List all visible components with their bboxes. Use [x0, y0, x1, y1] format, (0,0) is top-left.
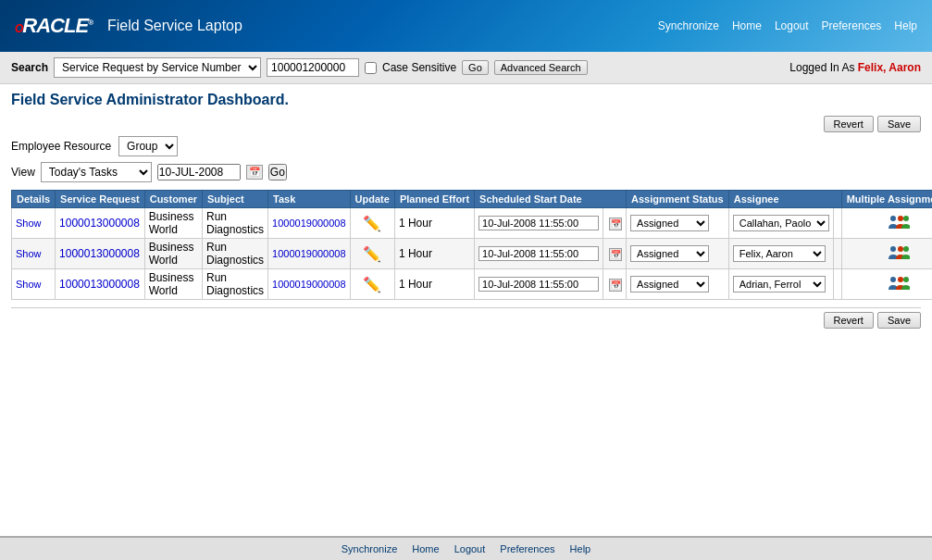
cell-assignment-status: Assigned Unassigned In Progress Complete…: [627, 208, 729, 239]
search-type-select[interactable]: Service Request by Service Number: [54, 57, 261, 78]
app-header: ORACLE® Field Service Laptop Synchronize…: [0, 0, 932, 52]
task-link[interactable]: 1000019000008: [272, 248, 346, 259]
employee-resource-label: Employee Resource: [11, 140, 111, 153]
svg-point-7: [890, 246, 896, 252]
cell-details: Show: [12, 269, 56, 300]
login-info: Logged In As Felix, Aaron: [789, 61, 921, 74]
search-input[interactable]: [267, 58, 359, 77]
date-input[interactable]: [157, 164, 241, 180]
sr-link[interactable]: 1000013000008: [59, 278, 140, 291]
case-sensitive-label: Case Sensitive: [382, 61, 456, 74]
svg-point-9: [903, 246, 909, 252]
header-nav: Synchronize Home Logout Preferences Help: [658, 19, 917, 32]
search-bar: Search Service Request by Service Number…: [0, 52, 932, 84]
col-update: Update: [350, 191, 394, 208]
task-link[interactable]: 1000019000008: [272, 218, 346, 229]
save-button-bottom[interactable]: Save: [877, 312, 921, 329]
calendar-icon[interactable]: 📅: [246, 165, 263, 180]
revert-button-top[interactable]: Revert: [824, 116, 874, 132]
advanced-search-button[interactable]: Advanced Search: [494, 60, 588, 75]
show-link[interactable]: Show: [16, 248, 42, 259]
scheduled-date-input[interactable]: [478, 246, 599, 261]
assignment-status-select[interactable]: Assigned Unassigned In Progress Complete…: [630, 245, 709, 262]
cell-cal-icon[interactable]: 📅: [603, 239, 627, 269]
svg-point-8: [898, 246, 903, 252]
cell-customer: Business World: [144, 269, 202, 300]
assignee-select[interactable]: Felix, Aaron: [733, 245, 826, 262]
cell-assignee-action: [833, 208, 841, 239]
tasks-table: Details Service Request Customer Subject…: [11, 190, 932, 300]
employee-resource-filter: Employee Resource Group: [11, 136, 921, 156]
assignee-select[interactable]: Callahan, Paolo: [733, 215, 829, 231]
cell-assignee: Callahan, Paolo: [728, 208, 833, 239]
task-link[interactable]: 1000019000008: [272, 279, 346, 290]
cell-customer: Business World: [144, 208, 202, 239]
cell-task: 1000019000008: [268, 208, 351, 239]
logged-in-label: Logged In As: [789, 61, 854, 74]
svg-point-15: [898, 277, 903, 282]
cell-cal-icon[interactable]: 📅: [603, 269, 627, 300]
assignment-status-select[interactable]: Assigned Unassigned In Progress Complete…: [630, 276, 709, 292]
case-sensitive-checkbox[interactable]: [365, 62, 377, 74]
logo-area: ORACLE® Field Service Laptop: [15, 14, 242, 38]
col-subject: Subject: [203, 191, 268, 208]
cell-task: 1000019000008: [268, 239, 351, 269]
save-button-top[interactable]: Save: [877, 116, 921, 132]
sr-link[interactable]: 1000013000008: [59, 217, 140, 230]
sr-link[interactable]: 1000013000008: [59, 247, 140, 260]
date-calendar-icon[interactable]: 📅: [609, 248, 622, 261]
cell-subject: Run Diagnostics: [203, 239, 268, 269]
svg-point-2: [903, 216, 909, 221]
cell-multiple-assignments[interactable]: [841, 269, 932, 300]
date-calendar-icon[interactable]: 📅: [609, 279, 622, 292]
cell-multiple-assignments[interactable]: [841, 208, 932, 239]
nav-help[interactable]: Help: [894, 19, 917, 32]
search-go-button[interactable]: Go: [462, 60, 489, 75]
view-label: View: [11, 166, 35, 179]
cell-details: Show: [12, 239, 56, 269]
cell-update[interactable]: ✏️: [350, 269, 394, 300]
cell-multiple-assignments[interactable]: [841, 239, 932, 269]
logged-in-user: Felix, Aaron: [858, 61, 921, 74]
view-select[interactable]: Today's Tasks: [41, 162, 152, 182]
multiple-assignments-icon[interactable]: [888, 281, 910, 294]
cell-assignment-status: Assigned Unassigned In Progress Complete…: [627, 239, 729, 269]
multiple-assignments-icon[interactable]: [888, 251, 910, 264]
cell-customer: Business World: [144, 239, 202, 269]
cell-assignee: Adrian, Ferrol: [728, 269, 833, 300]
col-details: Details: [12, 191, 56, 208]
nav-home[interactable]: Home: [732, 19, 762, 32]
col-service-request: Service Request: [56, 191, 145, 208]
show-link[interactable]: Show: [16, 279, 42, 290]
scheduled-date-input[interactable]: [478, 277, 599, 292]
assignee-select[interactable]: Adrian, Ferrol: [733, 276, 826, 292]
multiple-assignments-icon[interactable]: [888, 220, 910, 233]
action-bar-top: Revert Save: [11, 116, 921, 132]
nav-logout[interactable]: Logout: [775, 19, 809, 32]
employee-resource-select[interactable]: Group: [118, 136, 178, 156]
cell-update[interactable]: ✏️: [350, 239, 394, 269]
col-task: Task: [268, 191, 351, 208]
show-link[interactable]: Show: [16, 218, 42, 229]
revert-button-bottom[interactable]: Revert: [824, 312, 874, 329]
edit-icon[interactable]: ✏️: [363, 216, 381, 231]
svg-point-16: [903, 277, 909, 282]
edit-icon[interactable]: ✏️: [363, 246, 381, 262]
nav-synchronize[interactable]: Synchronize: [658, 19, 719, 32]
cell-update[interactable]: ✏️: [350, 208, 394, 239]
table-row: Show 1000013000008 Business World Run Di…: [12, 269, 933, 300]
edit-icon[interactable]: ✏️: [363, 277, 381, 292]
cell-details: Show: [12, 208, 56, 239]
cell-cal-icon[interactable]: 📅: [603, 208, 627, 239]
search-label: Search: [11, 61, 48, 74]
scheduled-date-input[interactable]: [478, 216, 599, 230]
cell-task: 1000019000008: [268, 269, 351, 300]
cell-subject: Run Diagnostics: [203, 208, 268, 239]
view-go-button[interactable]: Go: [268, 164, 287, 180]
nav-preferences[interactable]: Preferences: [822, 19, 882, 32]
assignment-status-select[interactable]: Assigned Unassigned In Progress Complete…: [630, 215, 709, 231]
svg-point-0: [890, 216, 896, 221]
cell-service-request: 1000013000008: [56, 239, 145, 269]
main-content: Field Service Administrator Dashboard. R…: [0, 84, 932, 340]
date-calendar-icon[interactable]: 📅: [609, 218, 622, 230]
